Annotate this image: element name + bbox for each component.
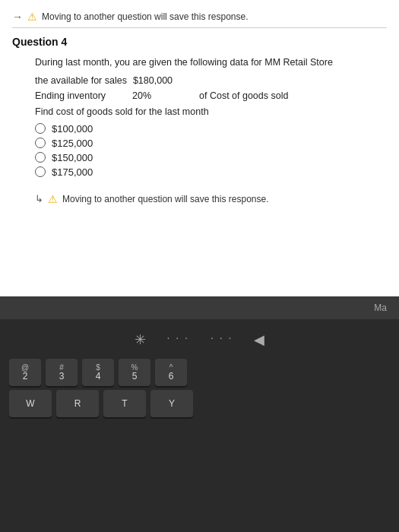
bezel-bottom: Ma: [0, 296, 399, 319]
key-percent-5[interactable]: % 5: [119, 359, 150, 386]
touchbar-key-2[interactable]: · · ·: [167, 331, 189, 348]
data-row-available: the available for sales $180,000: [35, 73, 387, 88]
data-label-ending: Ending inventory: [35, 88, 126, 103]
find-text: Find cost of goods sold for the last mon…: [35, 106, 387, 117]
bezel-text: Ma: [374, 302, 387, 313]
data-value-ending: 20%: [132, 88, 193, 103]
bottom-arrow-icon: ↳: [35, 193, 43, 204]
option-item-2[interactable]: $125,000: [35, 138, 387, 149]
radio-2[interactable]: [35, 138, 46, 148]
option-label-1: $100,000: [52, 123, 93, 135]
option-item-1[interactable]: $100,000: [35, 123, 387, 135]
screen: → ⚠ Moving to another question will save…: [0, 0, 399, 296]
key-row-numbers: @ 2 # 3 $ 4 % 5 ^ 6: [0, 359, 399, 386]
option-item-3[interactable]: $150,000: [35, 152, 387, 163]
bottom-warning-bar: ↳ ⚠ Moving to another question will save…: [35, 190, 387, 205]
question-content: During last month, you are given the fol…: [12, 55, 387, 205]
question-header: Question 4: [12, 36, 387, 48]
key-y[interactable]: Y: [150, 390, 193, 417]
arrow-icon: →: [12, 11, 23, 23]
top-warning-text: Moving to another question will save thi…: [42, 11, 248, 22]
warning-icon-top: ⚠: [27, 11, 37, 23]
key-at-2[interactable]: @ 2: [9, 359, 41, 386]
key-caret-6[interactable]: ^ 6: [155, 359, 187, 386]
top-warning-bar: → ⚠ Moving to another question will save…: [12, 8, 387, 28]
radio-1[interactable]: [35, 123, 46, 134]
key-w[interactable]: W: [9, 390, 52, 417]
data-extra-ending: of Cost of goods sold: [199, 88, 288, 103]
data-label-available: the available for sales: [35, 73, 127, 88]
touchbar-key-3[interactable]: · · ·: [211, 331, 233, 348]
bottom-warning-text: Moving to another question will save thi…: [62, 194, 268, 204]
radio-4[interactable]: [35, 166, 46, 177]
key-hash-3[interactable]: # 3: [46, 359, 78, 386]
key-r[interactable]: R: [56, 390, 99, 417]
keyboard: ✳ · · · · · · ◀ @ 2 # 3 $ 4 % 5 ^ 6 W: [0, 319, 399, 532]
option-item-4[interactable]: $175,000: [35, 166, 387, 178]
option-label-4: $175,000: [52, 166, 93, 178]
touchbar-key-4[interactable]: ◀: [254, 331, 264, 348]
touchbar: ✳ · · · · · · ◀: [0, 327, 399, 354]
question-intro: During last month, you are given the fol…: [35, 55, 387, 70]
radio-3[interactable]: [35, 152, 46, 163]
option-label-2: $125,000: [52, 138, 93, 149]
touchbar-key-1[interactable]: ✳: [135, 331, 146, 348]
key-row-letters: W R T Y: [0, 390, 399, 417]
warning-icon-bottom: ⚠: [48, 193, 58, 205]
options-list: $100,000 $125,000 $150,000 $175,000: [35, 123, 387, 178]
option-label-3: $150,000: [52, 152, 93, 163]
data-value-available: $180,000: [133, 73, 194, 88]
key-t[interactable]: T: [103, 390, 146, 417]
key-dollar-4[interactable]: $ 4: [82, 359, 114, 386]
data-row-ending: Ending inventory 20% of Cost of goods so…: [35, 88, 387, 103]
